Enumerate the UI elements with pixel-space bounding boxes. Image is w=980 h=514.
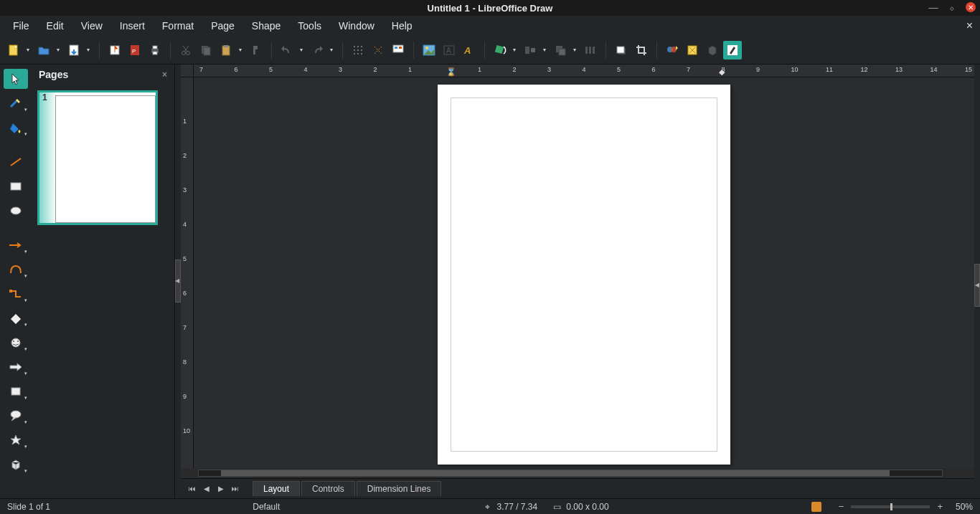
horizontal-scrollbar[interactable] [181, 468, 974, 478]
stars-tool[interactable]: ▾ [4, 430, 28, 450]
distribute-button[interactable] [581, 41, 600, 60]
ruler-h-tick: 3 [547, 66, 551, 73]
menu-shape[interactable]: Shape [243, 17, 289, 34]
menu-tools[interactable]: Tools [289, 17, 330, 34]
select-tool[interactable] [4, 69, 28, 89]
svg-rect-45 [11, 183, 21, 190]
gluepoints-button[interactable] [683, 41, 702, 60]
fill-color-tool[interactable]: ▾ [4, 118, 28, 138]
status-bar: Slide 1 of 1 Default ⌖ 3.77 / 7.34 ▭ 0.0… [0, 498, 980, 514]
insert-fontwork-button[interactable]: A [460, 41, 479, 60]
document-close-button[interactable]: × [966, 19, 973, 32]
status-style[interactable]: Default [253, 502, 280, 512]
transformations-dropdown[interactable]: ▾ [511, 41, 518, 60]
align-dropdown[interactable]: ▾ [541, 41, 548, 60]
zoom-slider[interactable] [851, 505, 930, 508]
new-button[interactable] [4, 41, 23, 60]
zoom-out-button[interactable]: − [836, 501, 847, 512]
window-titlebar: Untitled 1 - LibreOffice Draw — ⬦ ✕ [0, 0, 980, 16]
canvas-viewport[interactable] [194, 77, 974, 468]
rectangle-tool[interactable] [4, 176, 28, 196]
svg-rect-24 [395, 47, 397, 49]
grid-button[interactable] [349, 41, 367, 60]
paste-button[interactable] [217, 41, 235, 60]
export-pdf-button[interactable]: P [126, 41, 144, 60]
line-color-tool[interactable]: ▾ [4, 93, 28, 113]
save-button[interactable] [65, 41, 83, 60]
tab-layout[interactable]: Layout [253, 481, 300, 496]
arrange-button[interactable] [551, 41, 570, 60]
next-page-button[interactable]: ▶ [215, 483, 227, 495]
last-page-button[interactable]: ⏭ [230, 483, 241, 495]
filter-button[interactable] [663, 41, 682, 60]
undo-dropdown[interactable]: ▾ [298, 41, 305, 60]
draw-functions-button[interactable] [723, 41, 742, 60]
panel-splitter-left[interactable] [175, 65, 181, 498]
new-dropdown[interactable]: ▾ [24, 41, 32, 60]
block-arrows-tool[interactable]: ▾ [4, 357, 28, 377]
tab-controls[interactable]: Controls [301, 481, 355, 496]
open-dropdown[interactable]: ▾ [55, 41, 62, 60]
align-button[interactable] [521, 41, 540, 60]
panel-splitter-right[interactable] [974, 65, 980, 498]
toggle-extrusion-button[interactable] [703, 41, 722, 60]
close-button[interactable]: ✕ [966, 2, 976, 12]
connector-tool[interactable]: ▾ [4, 284, 28, 304]
insert-textbox-button[interactable]: A [440, 41, 458, 60]
3d-objects-tool[interactable]: ▾ [4, 454, 28, 475]
menu-edit[interactable]: Edit [38, 17, 72, 34]
zoom-level[interactable]: 50% [956, 502, 973, 512]
paste-dropdown[interactable]: ▾ [237, 41, 244, 60]
ruler-h-tick: 4 [583, 66, 586, 73]
shadow-button[interactable] [612, 41, 631, 60]
symbol-shapes-tool[interactable]: ▾ [4, 333, 28, 353]
basic-shapes-tool[interactable]: ▾ [4, 308, 28, 328]
tab-dimension-lines[interactable]: Dimension Lines [357, 481, 442, 496]
pages-panel-close[interactable]: × [162, 70, 167, 80]
ellipse-tool[interactable] [4, 201, 28, 221]
undo-button[interactable] [278, 41, 296, 60]
cut-button[interactable] [176, 41, 195, 60]
maximize-button[interactable]: ⬦ [947, 2, 957, 12]
transformations-button[interactable] [491, 41, 509, 60]
menu-view[interactable]: View [72, 17, 111, 34]
arrange-dropdown[interactable]: ▾ [571, 41, 578, 60]
menu-page[interactable]: Page [202, 17, 243, 34]
ruler-h-tick: 9 [756, 66, 760, 73]
curve-tool[interactable]: ▾ [4, 260, 28, 280]
menu-file[interactable]: File [4, 17, 38, 34]
open-button[interactable] [34, 41, 53, 60]
ruler-h-tick: 5 [617, 66, 621, 73]
redo-button[interactable] [308, 41, 326, 60]
redo-dropdown[interactable]: ▾ [328, 41, 335, 60]
crop-button[interactable] [632, 41, 651, 60]
flowchart-tool[interactable]: ▾ [4, 381, 28, 401]
save-dropdown[interactable]: ▾ [85, 41, 92, 60]
svg-point-21 [357, 53, 359, 54]
arrows-tool[interactable]: ▾ [4, 235, 28, 255]
menu-insert[interactable]: Insert [111, 17, 154, 34]
helplines-button[interactable] [369, 41, 387, 60]
callout-tool[interactable]: ▾ [4, 406, 28, 426]
zoom-in-button[interactable]: + [934, 501, 946, 512]
horizontal-ruler[interactable]: ⌛ ◆ 7654321123456789101112131415 [181, 65, 974, 77]
menu-help[interactable]: Help [383, 17, 421, 34]
page-thumbnail-1[interactable]: 1 [37, 90, 158, 225]
first-page-button[interactable]: ⏮ [187, 483, 198, 495]
copy-button[interactable] [197, 41, 215, 60]
clone-formatting-button[interactable] [247, 41, 265, 60]
ruler-h-tick: 4 [304, 66, 308, 73]
insert-image-button[interactable] [420, 41, 438, 60]
line-tool[interactable] [4, 152, 28, 172]
status-size: 0.00 x 0.00 [566, 502, 608, 512]
prev-page-button[interactable]: ◀ [201, 483, 212, 495]
print-button[interactable] [146, 41, 164, 60]
export-button[interactable] [105, 41, 124, 60]
vertical-ruler[interactable]: 12345678910 [181, 77, 194, 468]
minimize-button[interactable]: — [928, 2, 938, 12]
save-indicator-icon[interactable] [811, 502, 821, 512]
drawing-page[interactable] [438, 85, 730, 465]
menu-window[interactable]: Window [330, 17, 383, 34]
menu-format[interactable]: Format [154, 17, 202, 34]
zoom-button[interactable] [389, 41, 407, 60]
